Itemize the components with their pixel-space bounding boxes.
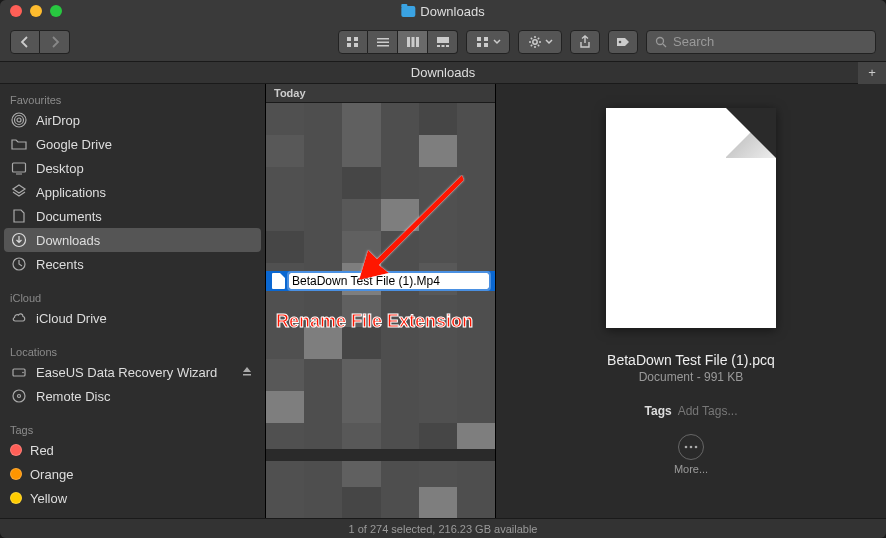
- svg-rect-10: [437, 37, 449, 43]
- more-button[interactable]: [678, 434, 704, 460]
- sidebar-item-applications[interactable]: Applications: [0, 180, 265, 204]
- status-bar: 1 of 274 selected, 216.23 GB available: [0, 518, 886, 538]
- search-icon: [655, 36, 667, 48]
- svg-rect-11: [437, 45, 440, 47]
- column-section-header: Today: [266, 84, 495, 103]
- tags-button[interactable]: [608, 30, 638, 54]
- svg-rect-9: [416, 37, 419, 47]
- column-view-button[interactable]: [398, 30, 428, 54]
- document-preview: [606, 108, 776, 328]
- list-view-button[interactable]: [368, 30, 398, 54]
- preview-meta: Document - 991 KB: [639, 370, 744, 384]
- desktop-icon: [10, 159, 28, 177]
- sidebar-item-google-drive[interactable]: Google Drive: [0, 132, 265, 156]
- minimize-window-button[interactable]: [30, 5, 42, 17]
- more-label: More...: [674, 463, 708, 475]
- svg-rect-13: [446, 45, 449, 47]
- tag-dot-orange: [10, 468, 22, 480]
- view-switch: [338, 30, 458, 54]
- ellipsis-icon: [684, 445, 698, 449]
- svg-line-24: [537, 44, 538, 45]
- arrange-button[interactable]: [466, 30, 510, 54]
- toolbar: Search: [0, 22, 886, 62]
- action-button[interactable]: [518, 30, 562, 54]
- tags-label: Tags: [645, 404, 672, 418]
- fullscreen-window-button[interactable]: [50, 5, 62, 17]
- remote-disc-icon: [10, 387, 28, 405]
- svg-point-43: [695, 446, 698, 449]
- svg-point-27: [619, 40, 622, 43]
- svg-line-25: [530, 44, 531, 45]
- disk-icon: [10, 363, 28, 381]
- path-title: Downloads: [411, 65, 475, 80]
- svg-rect-15: [484, 37, 488, 41]
- svg-line-23: [530, 37, 531, 38]
- add-tab-button[interactable]: +: [858, 62, 886, 84]
- add-tags-field[interactable]: Add Tags...: [678, 404, 738, 418]
- forward-button[interactable]: [40, 30, 70, 54]
- svg-rect-12: [441, 45, 444, 47]
- sidebar-section-favourites: Favourites: [0, 88, 265, 108]
- recents-icon: [10, 255, 28, 273]
- search-field[interactable]: Search: [646, 30, 876, 54]
- file-column: Today: [266, 84, 496, 518]
- folder-icon: [401, 6, 415, 17]
- sidebar-item-documents[interactable]: Documents: [0, 204, 265, 228]
- finder-window: Downloads: [0, 0, 886, 538]
- airdrop-icon: [10, 111, 28, 129]
- preview-filename: BetaDown Test File (1).pcq: [607, 352, 775, 368]
- sidebar-tag-orange[interactable]: Orange: [0, 462, 265, 486]
- icloud-icon: [10, 309, 28, 327]
- svg-rect-33: [13, 163, 26, 172]
- svg-rect-4: [377, 38, 389, 40]
- svg-point-28: [657, 37, 664, 44]
- sidebar-item-easeus[interactable]: EaseUS Data Recovery Wizard: [0, 360, 265, 384]
- svg-point-18: [532, 39, 536, 43]
- tag-icon: [615, 36, 631, 48]
- gear-icon: [528, 35, 542, 49]
- sidebar: Favourites AirDrop Google Drive Desktop …: [0, 84, 266, 518]
- svg-rect-14: [477, 37, 481, 41]
- annotation-text: Rename File Extension: [276, 311, 473, 332]
- svg-point-41: [685, 446, 688, 449]
- search-placeholder: Search: [673, 34, 714, 49]
- sidebar-item-icloud-drive[interactable]: iCloud Drive: [0, 306, 265, 330]
- back-button[interactable]: [10, 30, 40, 54]
- svg-rect-8: [411, 37, 414, 47]
- eject-icon[interactable]: [241, 365, 255, 380]
- icon-view-button[interactable]: [338, 30, 368, 54]
- applications-icon: [10, 183, 28, 201]
- gallery-view-button[interactable]: [428, 30, 458, 54]
- sidebar-item-airdrop[interactable]: AirDrop: [0, 108, 265, 132]
- sidebar-tag-yellow[interactable]: Yellow: [0, 486, 265, 510]
- path-bar: Downloads +: [0, 62, 886, 84]
- svg-rect-7: [407, 37, 410, 47]
- sidebar-item-recents[interactable]: Recents: [0, 252, 265, 276]
- svg-point-39: [13, 390, 25, 402]
- svg-rect-0: [347, 37, 351, 41]
- tag-dot-red: [10, 444, 22, 456]
- titlebar: Downloads: [0, 0, 886, 22]
- annotation-arrow: [354, 175, 474, 285]
- sidebar-tag-red[interactable]: Red: [0, 438, 265, 462]
- svg-point-31: [15, 116, 24, 125]
- sidebar-item-remote-disc[interactable]: Remote Disc: [0, 384, 265, 408]
- svg-rect-5: [377, 41, 389, 43]
- svg-point-40: [18, 395, 21, 398]
- preview-pane: BetaDown Test File (1).pcq Document - 99…: [496, 84, 886, 518]
- svg-point-30: [17, 118, 21, 122]
- share-button[interactable]: [570, 30, 600, 54]
- tag-dot-yellow: [10, 492, 22, 504]
- svg-rect-1: [354, 37, 358, 41]
- window-title: Downloads: [420, 4, 484, 19]
- sidebar-item-downloads[interactable]: Downloads: [4, 228, 261, 252]
- folder-icon: [10, 135, 28, 153]
- svg-line-29: [663, 44, 666, 47]
- close-window-button[interactable]: [10, 5, 22, 17]
- documents-icon: [10, 207, 28, 225]
- svg-rect-2: [347, 43, 351, 47]
- sidebar-item-desktop[interactable]: Desktop: [0, 156, 265, 180]
- svg-rect-6: [377, 45, 389, 47]
- document-icon: [272, 273, 285, 289]
- svg-point-42: [690, 446, 693, 449]
